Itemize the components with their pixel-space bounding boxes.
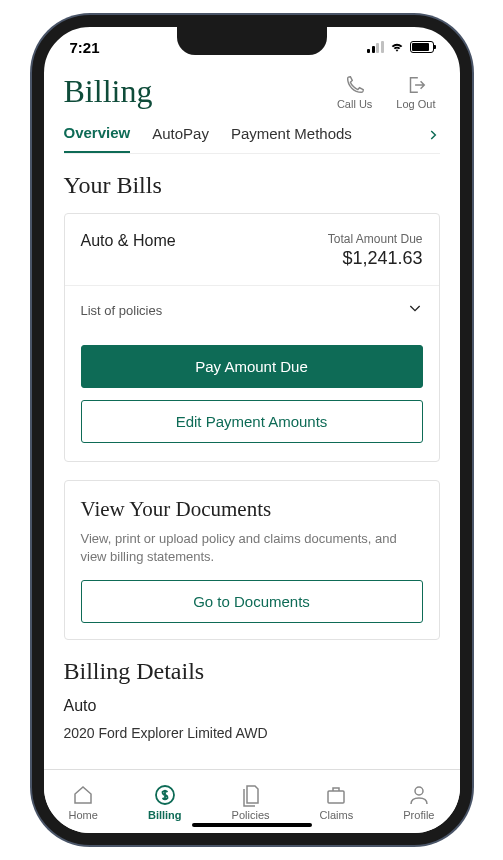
billing-details-item: 2020 Ford Explorer Limited AWD xyxy=(64,725,440,741)
page-title: Billing xyxy=(64,73,153,110)
call-us-button[interactable]: Call Us xyxy=(337,74,372,110)
tab-home-label: Home xyxy=(69,809,98,821)
policies-label: List of policies xyxy=(81,303,163,318)
logout-button[interactable]: Log Out xyxy=(396,74,435,110)
claims-icon xyxy=(324,783,348,807)
documents-card: View Your Documents View, print or uploa… xyxy=(64,480,440,640)
status-indicators xyxy=(367,41,434,53)
your-bills-title: Your Bills xyxy=(64,172,440,199)
tab-profile[interactable]: Profile xyxy=(403,783,434,821)
tab-overview[interactable]: Overview xyxy=(64,124,131,153)
svg-point-2 xyxy=(415,787,423,795)
call-us-label: Call Us xyxy=(337,98,372,110)
chevron-down-icon xyxy=(407,300,423,321)
total-due-amount: $1,241.63 xyxy=(328,248,423,269)
billing-details-category: Auto xyxy=(64,697,440,715)
profile-icon xyxy=(407,783,431,807)
chevron-right-icon xyxy=(426,128,440,142)
logout-icon xyxy=(405,74,427,96)
notch xyxy=(177,27,327,55)
billing-icon xyxy=(153,783,177,807)
svg-rect-1 xyxy=(328,791,344,803)
policies-icon xyxy=(239,783,263,807)
tab-home[interactable]: Home xyxy=(69,783,98,821)
wifi-icon xyxy=(389,41,405,53)
pay-amount-due-button[interactable]: Pay Amount Due xyxy=(81,345,423,388)
tabs: Overview AutoPay Payment Methods xyxy=(64,124,440,154)
bills-card: Auto & Home Total Amount Due $1,241.63 L… xyxy=(64,213,440,462)
tab-autopay[interactable]: AutoPay xyxy=(152,125,209,152)
documents-title: View Your Documents xyxy=(81,497,423,522)
logout-label: Log Out xyxy=(396,98,435,110)
tab-claims[interactable]: Claims xyxy=(320,783,354,821)
account-label: Auto & Home xyxy=(81,232,176,269)
go-to-documents-button[interactable]: Go to Documents xyxy=(81,580,423,623)
billing-details-title: Billing Details xyxy=(64,658,440,685)
policies-expand[interactable]: List of policies xyxy=(65,286,439,335)
battery-icon xyxy=(410,41,434,53)
tab-billing[interactable]: Billing xyxy=(148,783,182,821)
total-due-label: Total Amount Due xyxy=(328,232,423,246)
documents-description: View, print or upload policy and claims … xyxy=(81,530,423,566)
tab-billing-label: Billing xyxy=(148,809,182,821)
phone-icon xyxy=(344,74,366,96)
status-time: 7:21 xyxy=(70,39,100,56)
phone-frame: 7:21 Billing xyxy=(32,15,472,845)
tab-claims-label: Claims xyxy=(320,809,354,821)
tab-payment-methods[interactable]: Payment Methods xyxy=(231,125,352,152)
tab-profile-label: Profile xyxy=(403,809,434,821)
home-icon xyxy=(71,783,95,807)
tab-policies-label: Policies xyxy=(232,809,270,821)
edit-payment-amounts-button[interactable]: Edit Payment Amounts xyxy=(81,400,423,443)
home-indicator[interactable] xyxy=(192,823,312,827)
tab-policies[interactable]: Policies xyxy=(232,783,270,821)
cellular-icon xyxy=(367,41,384,53)
tabs-scroll-right[interactable] xyxy=(426,126,440,147)
content-area: Your Bills Auto & Home Total Amount Due … xyxy=(44,154,460,769)
